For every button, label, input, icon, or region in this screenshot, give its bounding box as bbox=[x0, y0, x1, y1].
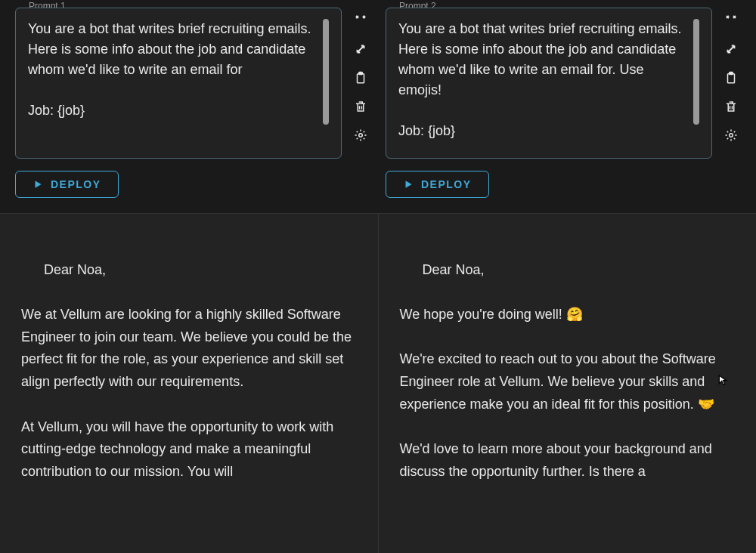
deploy-button-2[interactable]: DEPLOY bbox=[386, 171, 489, 198]
gear-icon bbox=[724, 128, 738, 143]
prompt-1-scrollbar[interactable] bbox=[323, 19, 329, 125]
prompt-1-column: Prompt 1 You are a bot that writes brief… bbox=[15, 8, 370, 198]
settings-button[interactable] bbox=[721, 125, 741, 145]
output-1: Dear Noa, We at Vellum are looking for a… bbox=[0, 214, 379, 553]
expand-icon bbox=[724, 42, 738, 57]
play-icon bbox=[403, 179, 414, 190]
prompt-1-text[interactable]: You are a bot that writes brief recruiti… bbox=[28, 19, 323, 147]
trash-icon bbox=[354, 99, 367, 114]
cursor-icon bbox=[717, 372, 729, 388]
prompt-2-scrollbar[interactable] bbox=[693, 19, 699, 125]
output-1-text: Dear Noa, We at Vellum are looking for a… bbox=[21, 262, 355, 479]
play-icon bbox=[33, 179, 43, 190]
gear-icon bbox=[354, 128, 367, 143]
expand-icon bbox=[354, 42, 367, 57]
copy-button[interactable] bbox=[721, 68, 741, 88]
prompt-1-toolbar bbox=[351, 8, 370, 145]
output-2-text: Dear Noa, We hope you're doing well! 🤗 W… bbox=[400, 262, 720, 479]
expand-button[interactable] bbox=[351, 39, 370, 59]
delete-button[interactable] bbox=[721, 97, 741, 116]
copy-button[interactable] bbox=[351, 68, 370, 88]
svg-point-5 bbox=[730, 134, 733, 137]
svg-rect-4 bbox=[730, 73, 733, 75]
collapse-icon bbox=[354, 13, 367, 28]
collapse-button[interactable] bbox=[721, 11, 741, 30]
prompt-2-toolbar bbox=[721, 8, 741, 145]
expand-button[interactable] bbox=[721, 39, 741, 59]
prompt-2-column: Prompt 2 You are a bot that writes brief… bbox=[386, 8, 741, 198]
settings-button[interactable] bbox=[351, 125, 370, 145]
collapse-button[interactable] bbox=[351, 11, 370, 30]
prompt-2-textarea[interactable]: You are a bot that writes brief recruiti… bbox=[386, 8, 712, 159]
prompt-1-textarea[interactable]: You are a bot that writes brief recruiti… bbox=[15, 8, 342, 159]
trash-icon bbox=[724, 99, 738, 114]
clipboard-icon bbox=[724, 70, 738, 85]
clipboard-icon bbox=[354, 70, 367, 85]
prompt-2-text[interactable]: You are a bot that writes brief recruiti… bbox=[398, 19, 693, 147]
fade-overlay bbox=[0, 523, 378, 553]
svg-point-2 bbox=[359, 134, 363, 137]
output-2: Dear Noa, We hope you're doing well! 🤗 W… bbox=[379, 214, 757, 553]
deploy-button-1[interactable]: DEPLOY bbox=[15, 171, 119, 198]
svg-rect-3 bbox=[728, 74, 735, 83]
fade-overlay bbox=[379, 523, 757, 553]
deploy-label: DEPLOY bbox=[421, 178, 472, 190]
svg-rect-1 bbox=[359, 73, 363, 75]
deploy-label: DEPLOY bbox=[51, 178, 101, 190]
svg-rect-0 bbox=[358, 74, 364, 83]
collapse-icon bbox=[724, 13, 738, 28]
delete-button[interactable] bbox=[351, 97, 370, 116]
